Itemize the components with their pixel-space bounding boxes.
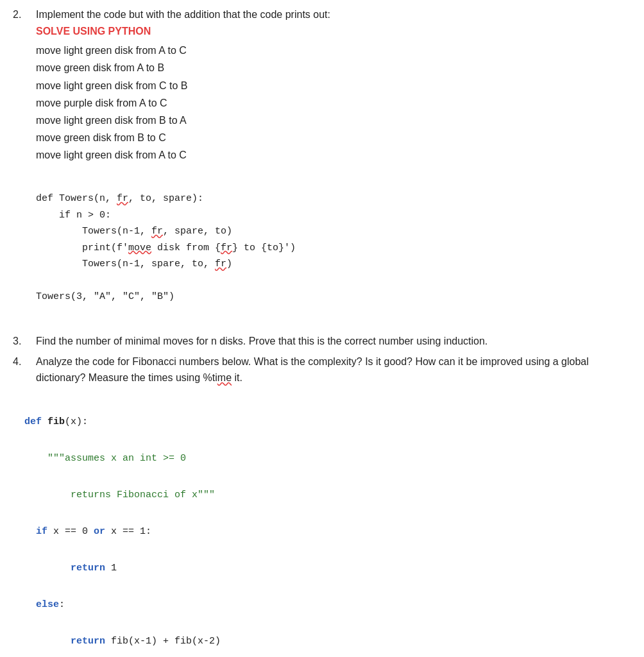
q4-body: Analyze the code for Fibonacci numbers b… [36,354,629,386]
q2-text: Implement the code but with the addition… [36,6,629,23]
question-3: 3. Find the number of minimal moves for … [13,333,629,350]
q3-number: 3. [13,333,31,350]
question-2: 2. Implement the code but with the addit… [13,6,629,327]
page-content: 2. Implement the code but with the addit… [13,6,629,657]
list-item: move purple disk from A to C [36,94,629,112]
list-item: move light green disk from B to A [36,112,629,129]
q4-number: 4. [13,354,31,390]
list-item: move green disk from B to C [36,129,629,146]
solve-label: SOLVE USING PYTHON [36,23,629,40]
question-4: 4. Analyze the code for Fibonacci number… [13,354,629,390]
q3-body: Find the number of minimal moves for n d… [36,333,629,350]
list-item: move light green disk from A to C [36,146,629,164]
list-item: move light green disk from C to B [36,77,629,94]
towers-code: def Towers(n, fr, to, spare): if n > 0: … [36,175,629,322]
fib-code: def fib(x): """assumes x an int >= 0 ret… [13,395,629,657]
q2-body: Implement the code but with the addition… [36,6,629,327]
q2-number: 2. [13,6,31,327]
list-item: move green disk from A to B [36,59,629,76]
list-item: move light green disk from A to C [36,42,629,59]
move-list: move light green disk from A to C move g… [36,42,629,164]
